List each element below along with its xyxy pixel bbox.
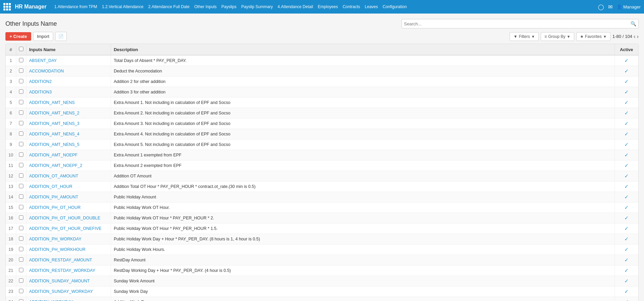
row-checkbox[interactable] — [19, 236, 23, 241]
toolbar: + Create Import 📄 ▼ Filters ▼ ≡ Group By… — [5, 32, 639, 41]
active-checkmark: ✓ — [624, 288, 629, 294]
row-inputs-name[interactable]: ABSENT_DAY — [26, 55, 111, 66]
nav-payslip-summary[interactable]: Payslip Summary — [239, 4, 275, 9]
nav-payslips[interactable]: Payslips — [219, 4, 239, 9]
user-label[interactable]: 👤 Manager — [617, 4, 641, 9]
row-checkbox[interactable] — [19, 89, 23, 94]
row-checkbox[interactable] — [19, 205, 23, 209]
row-checkbox[interactable] — [19, 100, 23, 104]
filters-button[interactable]: ▼ Filters ▼ — [510, 32, 538, 41]
row-checkbox[interactable] — [19, 278, 23, 283]
nav-attendance-detail[interactable]: 4.Attendance Detail — [275, 4, 316, 9]
row-checkbox[interactable] — [19, 247, 23, 251]
row-inputs-name[interactable]: ADDITION_AMT_NOEPF — [26, 150, 111, 160]
row-inputs-name[interactable]: ADDITION2 — [26, 77, 111, 87]
row-inputs-name[interactable]: ADDITION_OT_AMOUNT — [26, 171, 111, 181]
row-number: 24 — [6, 297, 16, 301]
clock-icon[interactable]: ◯ — [598, 4, 604, 10]
nav-attendance-tpm[interactable]: 1.Attendance from TPM — [52, 4, 100, 9]
row-checkbox[interactable] — [19, 58, 23, 62]
nav-configuration[interactable]: Configuration — [380, 4, 409, 9]
row-inputs-name[interactable]: ADDITION_AMT_NOEPF_2 — [26, 160, 111, 171]
active-checkmark: ✓ — [624, 184, 629, 189]
row-checkbox[interactable] — [19, 142, 23, 146]
row-inputs-name[interactable]: ADDITION_PH_WORKHOUR — [26, 244, 111, 255]
row-checkbox-cell — [16, 66, 26, 77]
row-inputs-name[interactable]: ADDITION_PH_OT_HOUR_DOUBLE — [26, 213, 111, 223]
select-all-checkbox[interactable] — [19, 47, 23, 51]
nav-other-inputs[interactable]: Other Inputs — [192, 4, 219, 9]
row-checkbox[interactable] — [19, 131, 23, 136]
row-number: 11 — [6, 160, 16, 171]
row-checkbox[interactable] — [19, 257, 23, 262]
row-inputs-name[interactable]: ADDITION_AMT_NENS — [26, 98, 111, 108]
row-inputs-name[interactable]: ADDITION_WORKDAY — [26, 297, 111, 301]
table-row: 13 ADDITION_OT_HOUR Addition Total OT Ho… — [6, 181, 638, 192]
row-checkbox-cell — [16, 98, 26, 108]
groupby-button[interactable]: ≡ Group By ▼ — [541, 32, 574, 41]
row-checkbox[interactable] — [19, 226, 23, 230]
data-table-wrapper: # Inputs Name Description Active 1 ABSEN… — [5, 44, 639, 301]
row-inputs-name[interactable]: ADDITION_SUNDAY_WORKDAY — [26, 286, 111, 297]
nav-leaves[interactable]: Leaves — [362, 4, 380, 9]
row-number: 19 — [6, 244, 16, 255]
row-inputs-name[interactable]: ADDITION_RESTDAY_AMOUNT — [26, 255, 111, 265]
row-inputs-name[interactable]: ADDITION_PH_WORKDAY — [26, 234, 111, 244]
row-inputs-name[interactable]: ADDITION_AMT_NENS_2 — [26, 108, 111, 119]
app-brand[interactable]: HR Manager — [3, 3, 46, 10]
row-checkbox[interactable] — [19, 121, 23, 125]
row-active: ✓ — [615, 192, 638, 202]
row-checkbox[interactable] — [19, 215, 23, 220]
row-checkbox[interactable] — [19, 110, 23, 115]
row-checkbox[interactable] — [19, 299, 23, 301]
grid-icon — [3, 3, 11, 10]
export-pdf-button[interactable]: 📄 — [55, 32, 67, 41]
next-page-button[interactable]: › — [637, 34, 639, 40]
row-active: ✓ — [615, 129, 638, 139]
row-checkbox[interactable] — [19, 68, 23, 73]
row-checkbox[interactable] — [19, 173, 23, 178]
row-inputs-name[interactable]: ADDITION_RESTDAY_WORKDAY — [26, 265, 111, 276]
nav-contracts[interactable]: Contracts — [340, 4, 362, 9]
row-checkbox[interactable] — [19, 79, 23, 83]
row-inputs-name[interactable]: ADDITION_PH_AMOUNT — [26, 192, 111, 202]
row-inputs-name[interactable]: ADDITION_AMT_NENS_5 — [26, 139, 111, 150]
row-inputs-name[interactable]: ADDITION_AMT_NENS_4 — [26, 129, 111, 139]
active-checkmark: ✓ — [624, 225, 629, 231]
row-number: 23 — [6, 286, 16, 297]
row-inputs-name[interactable]: ADDITION_OT_HOUR — [26, 181, 111, 192]
row-inputs-name[interactable]: ADDITION3 — [26, 87, 111, 98]
active-checkmark: ✓ — [624, 58, 629, 63]
top-navigation: HR Manager 1.Attendance from TPM1.2.Vert… — [0, 0, 644, 14]
nav-attendance-full[interactable]: 2.Attendance Full Date — [146, 4, 192, 9]
row-checkbox-cell — [16, 276, 26, 286]
table-row: 3 ADDITION2 Addition 2 for other additio… — [6, 77, 638, 87]
prev-page-button[interactable]: ‹ — [634, 34, 635, 40]
row-inputs-name[interactable]: ADDITION_PH_OT_HOUR_ONEFIVE — [26, 223, 111, 234]
row-inputs-name[interactable]: ADDITION_PH_OT_HOUR — [26, 202, 111, 213]
row-checkbox-cell — [16, 244, 26, 255]
row-number: 8 — [6, 129, 16, 139]
create-button[interactable]: + Create — [5, 32, 31, 41]
row-inputs-name[interactable]: ACCOMODATION — [26, 66, 111, 77]
import-button[interactable]: Import — [33, 32, 53, 41]
nav-vertical-attendance[interactable]: 1.2.Vertical Attendance — [100, 4, 146, 9]
row-checkbox-cell — [16, 77, 26, 87]
nav-right: ◯ ✉ 👤 Manager — [598, 4, 641, 10]
row-checkbox[interactable] — [19, 289, 23, 293]
row-checkbox[interactable] — [19, 152, 23, 157]
search-icon: 🔍 — [630, 21, 636, 26]
row-checkbox[interactable] — [19, 163, 23, 167]
row-checkbox[interactable] — [19, 194, 23, 199]
chat-icon[interactable]: ✉ — [608, 4, 613, 10]
row-checkbox[interactable] — [19, 268, 23, 272]
row-number: 16 — [6, 213, 16, 223]
nav-employees[interactable]: Employees — [316, 4, 340, 9]
active-checkmark: ✓ — [624, 194, 629, 200]
row-inputs-name[interactable]: ADDITION_AMT_NENS_3 — [26, 119, 111, 129]
row-inputs-name[interactable]: ADDITION_SUNDAY_AMOUNT — [26, 276, 111, 286]
row-checkbox[interactable] — [19, 184, 23, 188]
row-description: Extra Amount 2 exempted from EPF — [111, 160, 615, 171]
favorites-button[interactable]: ★ Favorites ▼ — [576, 32, 610, 41]
search-input[interactable] — [404, 21, 630, 26]
